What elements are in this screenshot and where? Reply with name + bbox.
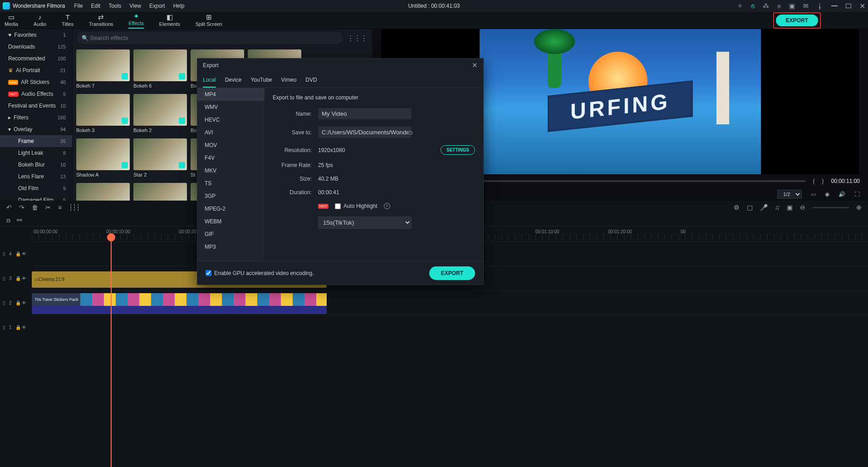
gear-icon[interactable]: ⚙ (734, 204, 740, 211)
tab-titles[interactable]: TTitles (62, 14, 74, 29)
menu-view[interactable]: View (129, 3, 141, 9)
snap-icon[interactable]: ⧈ (6, 216, 10, 224)
gpu-checkbox[interactable] (206, 270, 211, 276)
delete-icon[interactable]: 🗑 (32, 204, 38, 211)
format-wmv[interactable]: WMV (197, 101, 265, 113)
menu-file[interactable]: File (74, 3, 83, 9)
sidebar-item-festival-and-events[interactable]: Festival and Events10 (0, 100, 72, 112)
auto-highlight-checkbox[interactable] (335, 203, 341, 209)
modal-tab-dvd[interactable]: DVD (305, 74, 317, 88)
effect-item[interactable] (133, 183, 187, 201)
format-gif[interactable]: GIF (197, 228, 265, 241)
download-icon[interactable] (179, 118, 185, 124)
adjust-icon[interactable]: ≡ (58, 204, 62, 211)
name-input[interactable] (318, 108, 412, 119)
music-icon[interactable]: ♫ (775, 204, 780, 211)
sidebar-item-favorites[interactable]: ♥Favorites1 (0, 29, 72, 41)
modal-close-icon[interactable]: ✕ (472, 61, 478, 69)
tab-audio[interactable]: ♪Audio (34, 14, 46, 29)
format-3gp[interactable]: 3GP (197, 190, 265, 202)
export-button[interactable]: EXPORT (776, 15, 818, 26)
snapshot-icon[interactable]: ◉ (825, 191, 829, 197)
format-webm[interactable]: WEBM (197, 215, 265, 228)
volume-icon[interactable]: 🔊 (839, 191, 845, 197)
undo-icon[interactable]: ↶ (6, 204, 12, 211)
format-hevc[interactable]: HEVC (197, 113, 265, 126)
track-head[interactable]: ▯2 🔒 👁 (0, 291, 30, 315)
crop-icon[interactable]: ▣ (787, 204, 793, 211)
bracket-left-icon[interactable]: { (813, 178, 815, 184)
effect-item[interactable]: Bokeh 6 (133, 49, 187, 91)
download-icon[interactable] (122, 162, 128, 168)
format-f4v[interactable]: F4V (197, 152, 265, 164)
window-close-icon[interactable]: ✕ (859, 2, 865, 10)
format-mpeg-2[interactable]: MPEG-2 (197, 202, 265, 215)
audio-wave-icon[interactable]: ┆┆┆ (69, 204, 80, 211)
grid-view-icon[interactable]: ⋮⋮⋮ (347, 34, 368, 42)
sidebar-item-audio-effects[interactable]: HOTAudio Effects5 (0, 88, 72, 100)
gift-icon[interactable]: ⁂ (763, 2, 769, 10)
download-icon[interactable] (122, 118, 128, 124)
fullscreen-icon[interactable]: ⛶ (854, 191, 860, 197)
sidebar-item-frame[interactable]: Frame26 (0, 135, 72, 147)
bracket-right-icon[interactable]: } (822, 178, 824, 184)
search-input[interactable] (77, 32, 343, 44)
sidebar-item-filters[interactable]: ▸Filters160 (0, 112, 72, 123)
account-icon[interactable]: ⍟ (777, 2, 781, 10)
support-icon[interactable]: ⎋ (751, 2, 755, 10)
sidebar-item-damaged-film[interactable]: Damaged Film5 (0, 194, 72, 201)
idea-icon[interactable]: ✧ (737, 2, 743, 10)
tab-elements[interactable]: ◧Elements (159, 14, 180, 29)
download-icon[interactable] (179, 162, 185, 168)
download-icon[interactable]: ⭳ (817, 2, 823, 10)
format-ts[interactable]: TS (197, 177, 265, 190)
menu-tools[interactable]: Tools (108, 3, 121, 9)
info-icon[interactable]: ? (384, 203, 390, 209)
modal-export-button[interactable]: EXPORT (429, 266, 475, 280)
menu-help[interactable]: Help (173, 3, 185, 9)
mic-icon[interactable]: 🎤 (760, 204, 768, 211)
tab-effects[interactable]: ✦Effects (128, 13, 143, 29)
sidebar-item-bokeh-blur[interactable]: Bokeh Blur10 (0, 159, 72, 171)
zoom-out-icon[interactable]: ⊖ (800, 204, 805, 211)
format-avi[interactable]: AVI (197, 126, 265, 139)
zoom-slider[interactable] (813, 207, 849, 208)
save-icon[interactable]: ▣ (789, 2, 795, 10)
format-mp3[interactable]: MP3 (197, 241, 265, 253)
effect-item[interactable] (76, 183, 130, 201)
effect-item[interactable]: Bokeh 7 (76, 49, 130, 91)
effect-item[interactable]: Bokeh 2 (133, 94, 187, 136)
format-mov[interactable]: MOV (197, 139, 265, 152)
display-icon[interactable]: ▭ (811, 191, 816, 197)
window-maximize-icon[interactable] (846, 4, 851, 8)
sidebar-item-lens-flare[interactable]: Lens Flare13 (0, 171, 72, 182)
sidebar-item-old-film[interactable]: Old Film9 (0, 182, 72, 194)
menu-export[interactable]: Export (149, 3, 165, 9)
preset-select[interactable]: 15s(TikTok) (318, 216, 412, 229)
clip-audio[interactable] (32, 306, 327, 314)
sidebar-item-light-leak[interactable]: Light Leak8 (0, 147, 72, 159)
modal-tab-device[interactable]: Device (225, 74, 242, 88)
format-mkv[interactable]: MKV (197, 164, 265, 177)
tab-media[interactable]: ▭Media (5, 14, 18, 29)
track-1[interactable]: ▯1 🔒 👁 (32, 315, 868, 339)
download-icon[interactable] (179, 73, 185, 79)
cut-icon[interactable]: ✂ (45, 204, 51, 211)
folder-icon[interactable]: 🗀 (408, 129, 413, 136)
modal-tab-youtube[interactable]: YouTube (250, 74, 272, 88)
download-icon[interactable] (122, 73, 128, 79)
track-2[interactable]: ▯2 🔒 👁 70s Trave Stickers Pack (32, 290, 868, 315)
sidebar-item-downloads[interactable]: Downloads125 (0, 41, 72, 53)
message-icon[interactable]: ✉ (803, 2, 809, 10)
modal-tab-vimeo[interactable]: Vimeo (281, 74, 297, 88)
track-head[interactable]: ▯4 🔒 👁 (0, 242, 30, 266)
link-icon[interactable]: ⚯ (17, 216, 22, 224)
sidebar-item-recommended[interactable]: Recommended100 (0, 53, 72, 64)
preview-zoom-select[interactable]: 1/2 (777, 190, 802, 199)
sidebar-item-ar-stickers[interactable]: NewAR Stickers40 (0, 76, 72, 88)
sidebar-item-ai-portrait[interactable]: ♛AI Portrait21 (0, 64, 72, 76)
zoom-in-icon[interactable]: ⊕ (856, 204, 862, 211)
track-head[interactable]: ▯1 🔒 👁 (0, 315, 30, 340)
effect-item[interactable]: Star 2 (133, 138, 187, 180)
modal-tab-local[interactable]: Local (203, 74, 216, 88)
